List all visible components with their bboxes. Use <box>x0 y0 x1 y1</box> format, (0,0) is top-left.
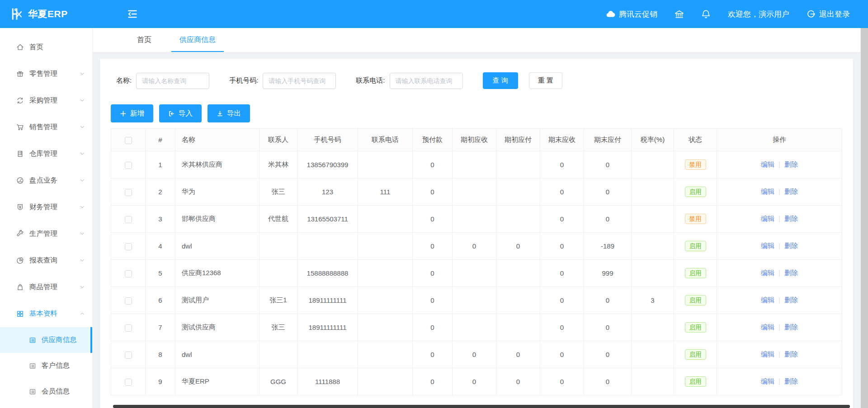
cell-tel <box>358 206 413 233</box>
edit-link[interactable]: 编辑 <box>761 296 774 304</box>
sidebar-item-4[interactable]: 销售管理 <box>0 114 92 141</box>
table-header-row: #名称联系人手机号码联系电话预付款期初应收期初应付期末应收期末应付税率(%)状态… <box>111 129 842 151</box>
cell-tax <box>632 233 674 260</box>
import-button[interactable]: 导入 <box>159 104 202 122</box>
tab-item[interactable]: 首页 <box>129 35 160 52</box>
row-checkbox[interactable] <box>125 270 132 277</box>
edit-link[interactable]: 编辑 <box>761 215 774 222</box>
cell-init_recv <box>453 178 496 206</box>
column-header: 期末应收 <box>540 129 584 151</box>
row-checkbox[interactable] <box>125 216 132 223</box>
sidebar-subitem[interactable]: 会员信息 <box>0 379 92 404</box>
filter-label: 名称: <box>116 76 132 85</box>
delete-link[interactable]: 删除 <box>784 188 798 195</box>
edit-link[interactable]: 编辑 <box>761 160 774 168</box>
row-checkbox[interactable] <box>125 379 132 386</box>
tab-active[interactable]: 供应商信息 <box>171 35 224 52</box>
delete-link[interactable]: 删除 <box>784 242 798 249</box>
row-checkbox[interactable] <box>125 162 132 169</box>
cell-init_pay <box>496 206 540 233</box>
cell-name: 华为 <box>175 178 259 206</box>
delete-link[interactable]: 删除 <box>784 350 798 358</box>
sidebar-item-6[interactable]: 盘点业务 <box>0 167 92 194</box>
logout-button[interactable]: 退出登录 <box>807 9 850 19</box>
cell-num: 1 <box>146 151 175 178</box>
cell-contact: 张三1 <box>259 287 297 314</box>
select-all-checkbox[interactable] <box>125 137 132 144</box>
sidebar-subitem[interactable]: 客户信息 <box>0 353 92 379</box>
chevron-down-icon <box>80 150 85 158</box>
row-checkbox[interactable] <box>125 297 132 305</box>
action-divider: | <box>778 215 780 222</box>
delete-link[interactable]: 删除 <box>784 215 798 222</box>
vertical-scrollbar[interactable] <box>861 28 868 408</box>
action-divider: | <box>778 377 780 385</box>
status-badge: 禁用 <box>685 214 706 225</box>
cell-name: 邯郸供应商 <box>175 206 259 233</box>
cell-prepay: 0 <box>413 233 453 260</box>
cell-end_recv: 0 <box>540 341 584 368</box>
action-divider: | <box>778 350 780 358</box>
cell-end_recv: 0 <box>540 368 584 395</box>
sidebar-item-3[interactable]: 采购管理 <box>0 87 92 114</box>
sidebar-item-1[interactable]: 首页 <box>0 34 92 61</box>
sidebar-item-10[interactable]: 商品管理 <box>0 274 92 300</box>
sidebar-item-11[interactable]: 基本资料 <box>0 300 92 327</box>
filter-group: 手机号码: <box>229 73 336 89</box>
sidebar-item-5[interactable]: 仓库管理 <box>0 141 92 167</box>
cell-tax <box>632 341 674 368</box>
cell-init_pay <box>496 287 540 314</box>
horizontal-scrollbar[interactable] <box>113 405 850 408</box>
cell-end_pay: 0 <box>584 314 632 341</box>
edit-link[interactable]: 编辑 <box>761 188 774 195</box>
delete-link[interactable]: 删除 <box>784 296 798 304</box>
edit-link[interactable]: 编辑 <box>761 350 774 358</box>
welcome-user: 欢迎您，演示用户 <box>728 9 789 19</box>
edit-link[interactable]: 编辑 <box>761 242 774 249</box>
delete-link[interactable]: 删除 <box>784 377 798 385</box>
table-row: 2华为张三123111000启用编辑|删除 <box>111 178 842 206</box>
sidebar-item-label: 仓库管理 <box>29 149 57 159</box>
cell-status: 启用 <box>674 341 717 368</box>
cell-phone <box>297 233 358 260</box>
sidebar-item-label: 销售管理 <box>29 122 57 132</box>
row-checkbox[interactable] <box>125 324 132 332</box>
sidebar-item-7[interactable]: 财务管理 <box>0 194 92 220</box>
edit-link[interactable]: 编辑 <box>761 323 774 331</box>
export-button[interactable]: 导出 <box>208 104 250 122</box>
add-button[interactable]: 新增 <box>111 104 153 122</box>
edit-link[interactable]: 编辑 <box>761 377 774 385</box>
delete-link[interactable]: 删除 <box>784 269 798 277</box>
filter-group: 联系电话: <box>356 73 462 89</box>
filter-input[interactable] <box>390 73 463 89</box>
row-checkbox[interactable] <box>125 243 132 250</box>
platform-button[interactable] <box>675 9 684 19</box>
delete-link[interactable]: 删除 <box>784 323 798 331</box>
cell-prepay: 0 <box>413 341 453 368</box>
notifications-button[interactable] <box>701 9 711 19</box>
cell-end_pay: 999 <box>584 260 632 287</box>
cell-name: dwl <box>175 341 259 368</box>
delete-link[interactable]: 删除 <box>784 160 798 168</box>
sidebar-item-9[interactable]: 报表查询 <box>0 247 92 274</box>
row-checkbox[interactable] <box>125 352 132 359</box>
row-checkbox[interactable] <box>125 189 132 196</box>
supplier-table: #名称联系人手机号码联系电话预付款期初应收期初应付期末应收期末应付税率(%)状态… <box>111 128 842 395</box>
sidebar-collapse-icon[interactable] <box>127 8 138 20</box>
gauge-icon <box>16 177 24 184</box>
cell-actions: 编辑|删除 <box>717 314 842 341</box>
sidebar-item-2[interactable]: 零售管理 <box>0 61 92 87</box>
status-badge: 启用 <box>685 376 706 387</box>
filter-input[interactable] <box>136 73 209 89</box>
sidebar-item-8[interactable]: 生产管理 <box>0 220 92 247</box>
cell-num: 8 <box>146 341 175 368</box>
edit-link[interactable]: 编辑 <box>761 269 774 277</box>
filter-input[interactable] <box>263 73 336 89</box>
query-button[interactable]: 查 询 <box>483 72 518 89</box>
cell-end_recv: 0 <box>540 314 584 341</box>
promo-link[interactable]: 腾讯云促销 <box>606 9 657 19</box>
reset-button[interactable]: 重 置 <box>529 72 562 89</box>
sidebar-subitem[interactable]: 供应商信息 <box>0 327 92 353</box>
status-badge: 禁用 <box>685 159 706 170</box>
cell-end_pay: -189 <box>584 233 632 260</box>
